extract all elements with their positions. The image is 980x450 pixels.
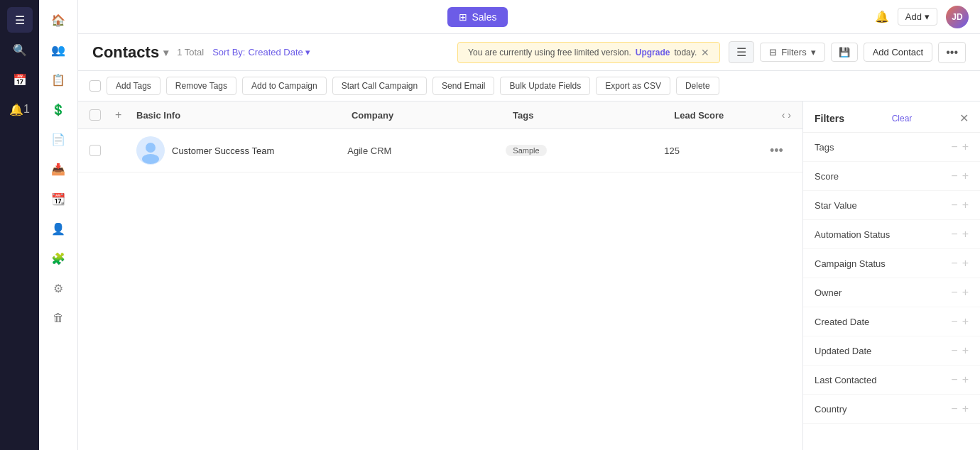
nav-trash-icon[interactable]: 🗑: [45, 305, 71, 331]
contact-lead-score: 125: [664, 146, 770, 156]
add-tags-button[interactable]: Add Tags: [107, 77, 160, 95]
title-chevron-icon[interactable]: ▾: [163, 47, 168, 58]
table-row: Customer Success Team Agile CRM Sample 1…: [78, 129, 802, 172]
filter-item-campaign-status[interactable]: Campaign Status − +: [803, 249, 980, 278]
filter-item-score[interactable]: Score − +: [803, 162, 980, 191]
nav-revenue-icon[interactable]: 💲: [45, 97, 71, 122]
page-title-container: Contacts ▾: [92, 43, 168, 62]
filter-contacted-plus-icon[interactable]: +: [962, 373, 969, 386]
filter-country-label: Country: [815, 404, 847, 415]
filter-star-plus-icon[interactable]: +: [962, 199, 969, 212]
filter-automation-plus-icon[interactable]: +: [962, 228, 969, 241]
page-header: Contacts ▾ 1 Total Sort By: Created Date…: [78, 34, 980, 71]
add-button[interactable]: Add ▾: [898, 8, 937, 26]
filter-tags-minus-icon[interactable]: −: [951, 141, 957, 153]
filter-item-automation-status[interactable]: Automation Status − +: [803, 220, 980, 249]
export-csv-label: Export as CSV: [605, 81, 661, 91]
filter-icon: ⊟: [769, 47, 777, 57]
header-checkbox[interactable]: [89, 109, 101, 121]
search-icon[interactable]: 🔍: [7, 37, 33, 62]
banner-close-icon[interactable]: ✕: [701, 47, 709, 58]
add-to-campaign-button[interactable]: Add to Campaign: [242, 77, 327, 95]
avatar[interactable]: JD: [946, 6, 969, 28]
col-nav-prev-icon[interactable]: ‹: [782, 109, 785, 121]
filter-panel: Filters Clear ✕ Tags − + Score − +: [802, 101, 980, 450]
add-contact-button[interactable]: Add Contact: [864, 43, 933, 62]
filters-button[interactable]: ⊟ Filters ▾: [760, 43, 824, 62]
send-email-button[interactable]: Send Email: [432, 77, 494, 95]
nav-inbox-icon[interactable]: 📥: [45, 156, 71, 182]
sales-button[interactable]: ⊞ Sales: [447, 7, 508, 27]
filter-item-updated-date[interactable]: Updated Date − +: [803, 336, 980, 366]
add-tags-label: Add Tags: [116, 81, 151, 91]
add-label: Add: [905, 11, 922, 22]
save-filter-button[interactable]: 💾: [831, 43, 858, 62]
svg-point-1: [146, 143, 156, 153]
delete-label: Delete: [685, 81, 710, 91]
nav-reports-icon[interactable]: 📄: [45, 126, 71, 152]
bulk-update-button[interactable]: Bulk Update Fields: [500, 77, 590, 95]
nav-integrations-icon[interactable]: 🧩: [45, 246, 71, 271]
nav-deals-icon[interactable]: 📋: [45, 67, 71, 92]
select-all-checkbox[interactable]: [89, 80, 101, 92]
filter-created-minus-icon[interactable]: −: [951, 315, 957, 328]
more-options-button[interactable]: •••: [938, 42, 966, 63]
filter-item-country[interactable]: Country − +: [803, 395, 980, 424]
col-nav-next-icon[interactable]: ›: [788, 109, 791, 121]
filters-chevron-icon: ▾: [811, 47, 816, 57]
filter-updated-minus-icon[interactable]: −: [951, 344, 957, 357]
top-bell-icon[interactable]: 🔔: [875, 10, 889, 23]
filter-item-star-value[interactable]: Star Value − +: [803, 191, 980, 220]
filter-star-minus-icon[interactable]: −: [951, 199, 957, 212]
calendar-icon[interactable]: 📅: [7, 67, 33, 92]
filter-automation-minus-icon[interactable]: −: [951, 228, 957, 241]
sort-chevron-icon: ▾: [305, 47, 310, 57]
filter-close-icon[interactable]: ✕: [959, 111, 969, 125]
filter-country-plus-icon[interactable]: +: [962, 402, 969, 415]
filter-country-minus-icon[interactable]: −: [951, 402, 957, 415]
start-call-campaign-button[interactable]: Start Call Campaign: [332, 77, 427, 95]
export-csv-button[interactable]: Export as CSV: [596, 77, 670, 95]
remove-tags-button[interactable]: Remove Tags: [166, 77, 236, 95]
filter-tags-plus-icon[interactable]: +: [962, 141, 969, 153]
filter-item-created-date[interactable]: Created Date − +: [803, 307, 980, 336]
filter-score-minus-icon[interactable]: −: [951, 170, 957, 182]
filter-campaign-minus-icon[interactable]: −: [951, 257, 957, 270]
add-chevron-icon: ▾: [925, 11, 930, 22]
add-to-campaign-label: Add to Campaign: [251, 81, 317, 91]
nav-calendar-icon[interactable]: 📆: [45, 186, 71, 212]
nav-sidebar: 🏠 👥 📋 💲 📄 📥 📆 👤 🧩 ⚙ 🗑: [39, 0, 78, 450]
add-column-icon[interactable]: +: [115, 109, 136, 121]
list-view-button[interactable]: ☰: [729, 41, 754, 63]
filter-item-last-contacted[interactable]: Last Contacted − +: [803, 366, 980, 395]
filter-campaign-plus-icon[interactable]: +: [962, 257, 969, 270]
total-badge: 1 Total: [177, 47, 204, 57]
filter-contacted-minus-icon[interactable]: −: [951, 373, 957, 386]
col-company: Company: [352, 110, 513, 121]
filter-item-tags[interactable]: Tags − +: [803, 133, 980, 162]
nav-settings-icon[interactable]: ⚙: [45, 275, 71, 301]
contact-name[interactable]: Customer Success Team: [172, 146, 274, 156]
nav-admin-icon[interactable]: 👤: [45, 216, 71, 241]
nav-contacts-icon[interactable]: 👥: [45, 37, 71, 62]
nav-home-icon[interactable]: 🏠: [45, 7, 71, 33]
filter-owner-minus-icon[interactable]: −: [951, 286, 957, 299]
filter-item-owner[interactable]: Owner − +: [803, 278, 980, 307]
filter-clear-button[interactable]: Clear: [892, 114, 913, 124]
notification-icon[interactable]: 🔔 1: [7, 97, 33, 122]
top-bar: ⊞ Sales 🔔 Add ▾ JD: [78, 0, 980, 34]
filter-updated-plus-icon[interactable]: +: [962, 344, 969, 357]
upgrade-link[interactable]: Upgrade: [636, 48, 670, 57]
filter-created-plus-icon[interactable]: +: [962, 315, 969, 328]
sales-label: Sales: [472, 11, 496, 23]
delete-button[interactable]: Delete: [676, 77, 719, 95]
col-tags: Tags: [513, 110, 674, 121]
filter-score-plus-icon[interactable]: +: [962, 170, 969, 182]
hamburger-menu-icon[interactable]: ☰: [7, 7, 33, 33]
sort-value[interactable]: Created Date ▾: [248, 47, 310, 57]
filter-owner-plus-icon[interactable]: +: [962, 286, 969, 299]
contact-tags: Sample: [506, 145, 664, 156]
row-checkbox[interactable]: [89, 145, 101, 156]
row-actions-button[interactable]: •••: [770, 143, 783, 158]
table-main: + Basic Info Company Tags Lead Score ‹ ›: [78, 101, 802, 450]
